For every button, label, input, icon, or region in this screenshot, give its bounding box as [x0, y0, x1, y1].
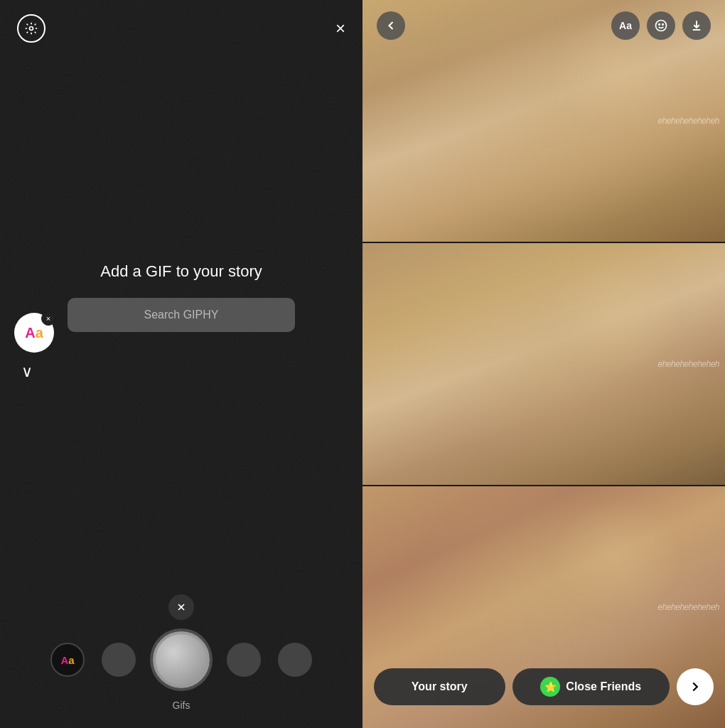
- watermark-1: eheheheheheheh: [658, 116, 719, 126]
- text-mode-button[interactable]: Aa: [50, 643, 85, 677]
- left-panel: × Add a GIF to your story Search GIPHY A…: [0, 0, 362, 728]
- text-tool-button[interactable]: Aa: [611, 11, 640, 40]
- right-panel: Aa eheheheheheheh: [362, 0, 725, 728]
- green-star-icon: ⭐: [540, 677, 560, 697]
- gif-title: Add a GIF to your story: [100, 262, 262, 281]
- sticker-tool-button[interactable]: [647, 11, 675, 40]
- close-button[interactable]: ×: [335, 20, 345, 37]
- camera-controls-row: Aa: [0, 631, 362, 688]
- watermark-3: eheheheheheheh: [658, 602, 719, 612]
- search-placeholder-text: Search GIPHY: [144, 309, 219, 321]
- gif-content-area: Add a GIF to your story Search GIPHY: [68, 0, 295, 594]
- your-story-button[interactable]: Your story: [374, 668, 505, 705]
- text-tool-icon: Aa: [619, 20, 632, 31]
- svg-point-5: [662, 24, 664, 26]
- shutter-button[interactable]: [153, 631, 210, 688]
- svg-point-3: [656, 21, 667, 31]
- search-giphy-bar[interactable]: Search GIPHY: [68, 298, 295, 332]
- close-friends-button[interactable]: ⭐ Close Friends: [512, 668, 670, 705]
- your-story-label: Your story: [412, 680, 468, 693]
- svg-point-4: [659, 24, 660, 26]
- download-button[interactable]: [682, 11, 711, 40]
- effect-button-2[interactable]: [227, 643, 261, 677]
- close-friends-label: Close Friends: [566, 680, 641, 693]
- story-image-list: eheheheheheheh eheheheheheheh eheheheheh…: [362, 0, 725, 728]
- effect-button-1[interactable]: [102, 643, 136, 677]
- watermark-2: eheheheheheheh: [658, 359, 719, 369]
- floating-text-sticker[interactable]: Aa ×: [14, 313, 54, 353]
- aa-label: Aa: [25, 325, 43, 341]
- dismiss-gif-button[interactable]: [168, 594, 194, 620]
- settings-button[interactable]: [17, 14, 45, 43]
- story-action-buttons: Aa: [611, 11, 711, 40]
- story-image-2: eheheheheheheh: [362, 243, 725, 485]
- effect-button-3[interactable]: [278, 643, 312, 677]
- svg-point-0: [30, 27, 33, 31]
- story-top-bar: Aa: [362, 0, 725, 51]
- chevron-down-icon[interactable]: ∨: [21, 363, 33, 381]
- back-button[interactable]: [377, 11, 405, 40]
- story-share-bar: Your story ⭐ Close Friends: [362, 657, 725, 728]
- sticker-remove-badge[interactable]: ×: [41, 311, 55, 326]
- bottom-camera-bar: Aa Gifs: [0, 594, 362, 728]
- send-story-button[interactable]: [677, 668, 714, 705]
- bottom-label: Gifs: [173, 700, 190, 711]
